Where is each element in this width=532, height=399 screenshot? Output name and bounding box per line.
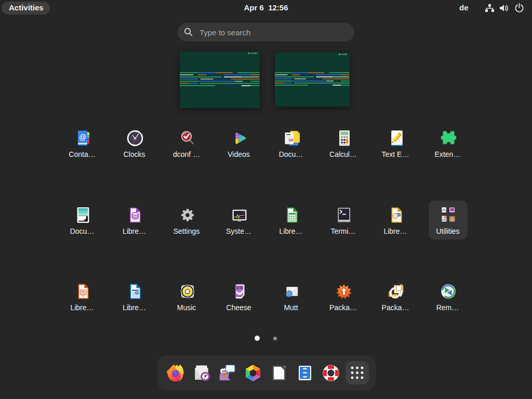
svg-text:SUSE: SUSE <box>342 53 348 56</box>
svg-text:SUSE: SUSE <box>251 52 258 55</box>
svg-text:@: @ <box>79 133 86 141</box>
